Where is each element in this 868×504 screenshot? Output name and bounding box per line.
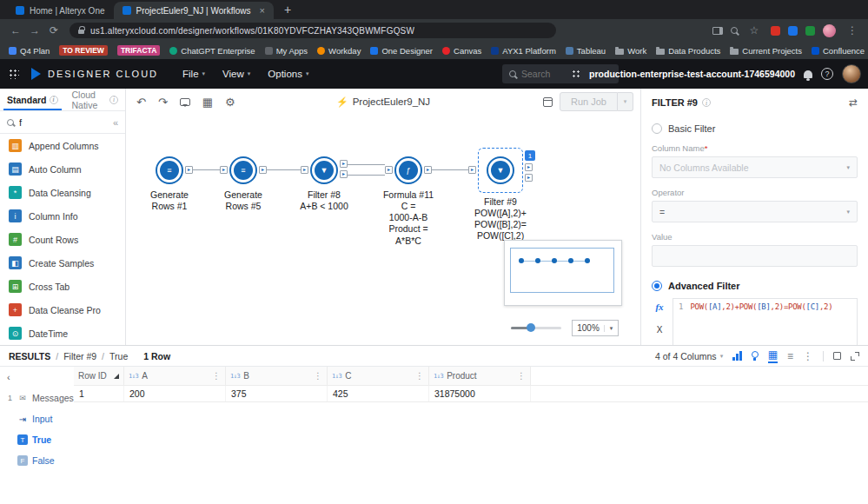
extension-icon-green[interactable] xyxy=(805,26,815,36)
tool-create-samples[interactable]: ◧Create Samples xyxy=(0,251,125,275)
tool-data-cleanse-pro[interactable]: +Data Cleanse Pro xyxy=(0,298,125,322)
bookmark-one-designer[interactable]: One Designer xyxy=(370,46,433,56)
open-in-new-icon[interactable] xyxy=(833,352,841,360)
output-port-false[interactable]: ▸ xyxy=(340,170,348,178)
bookmark-ayx1[interactable]: AYX1 Platform xyxy=(491,46,556,56)
run-job-button[interactable]: Run Job xyxy=(560,92,618,111)
radio-selected-icon[interactable] xyxy=(652,281,662,291)
header-col-product[interactable]: 1↓3Product⋮ xyxy=(429,367,531,385)
list-view-icon[interactable]: ≡ xyxy=(787,350,793,362)
help-icon[interactable]: ? xyxy=(821,68,833,80)
bookmark-trifacta[interactable]: TRIFACTA xyxy=(117,45,160,56)
advanced-filter-option[interactable]: Advanced Filter xyxy=(652,281,858,291)
value-input[interactable] xyxy=(652,245,858,267)
tool-append-columns[interactable]: ▥Append Columns xyxy=(0,134,125,157)
collapse-sidebar-icon[interactable]: « xyxy=(113,117,118,128)
zoom-level-select[interactable]: 100% ▾ xyxy=(572,320,619,336)
tab-close-icon[interactable]: × xyxy=(259,5,264,16)
workspace-grid-icon[interactable] xyxy=(572,70,580,78)
radio-unselected-icon[interactable] xyxy=(652,123,662,134)
header-row-id[interactable]: Row ID xyxy=(74,367,124,385)
output-port[interactable]: ▸ xyxy=(259,166,267,174)
bookmark-chatgpt[interactable]: ChatGPT Enterprise xyxy=(169,46,255,56)
input-port[interactable]: ▸ xyxy=(385,166,393,174)
schedule-calendar-icon[interactable] xyxy=(543,97,553,107)
output-port-true[interactable]: ▸ xyxy=(340,160,348,168)
zoom-slider[interactable] xyxy=(511,327,561,329)
results-crumb-node[interactable]: Filter #9 xyxy=(63,351,96,361)
run-job-dropdown-icon[interactable]: ▾ xyxy=(618,92,633,111)
clear-x-icon[interactable]: X xyxy=(657,325,663,335)
tool-datetime[interactable]: ⊙DateTime xyxy=(0,322,125,345)
grid-view-icon[interactable]: ▦ xyxy=(768,348,778,363)
menu-file[interactable]: File▾ xyxy=(182,69,205,79)
output-port[interactable]: ▸ xyxy=(185,166,193,174)
tab-workflow[interactable]: ProjectEuler9_NJ | Workflows × xyxy=(114,2,274,19)
column-menu-icon[interactable]: ⋮ xyxy=(314,371,322,381)
lightbulb-icon[interactable] xyxy=(752,351,759,358)
node-filter-8[interactable]: ▼ xyxy=(310,156,338,184)
chart-icon[interactable] xyxy=(732,351,742,361)
canvas-body[interactable]: ▸ ▸ ▸ ▸ ▸ ▸ ▸ ▸ ▸ ▸ ▸ 1 ≡ ≡ ▼ ƒ ▼ Genera… xyxy=(126,115,640,345)
tab-standard[interactable]: Standardi xyxy=(0,89,65,110)
extension-icon-blue[interactable] xyxy=(788,26,798,36)
tool-column-info[interactable]: iColumn Info xyxy=(0,204,125,228)
header-col-c[interactable]: 1↓3C⋮ xyxy=(328,367,429,385)
bookmark-my-apps[interactable]: My Apps xyxy=(265,46,308,56)
side-panel-icon[interactable] xyxy=(712,27,723,35)
node-generate-rows-1[interactable]: ≡ xyxy=(156,156,183,184)
browser-profile-avatar[interactable] xyxy=(823,24,836,37)
zoom-slider-thumb[interactable] xyxy=(527,323,535,332)
formula-code[interactable]: POW([A],2)+POW([B],2)=POW([C],2) xyxy=(690,302,832,345)
output-port[interactable]: ▸ xyxy=(424,166,432,174)
collapse-nav-icon[interactable]: ‹ xyxy=(0,370,74,388)
user-avatar[interactable] xyxy=(842,64,861,83)
column-menu-icon[interactable]: ⋮ xyxy=(517,371,526,381)
info-icon[interactable]: i xyxy=(702,98,711,107)
tool-data-cleansing[interactable]: *Data Cleansing xyxy=(0,181,125,204)
extension-icon-red[interactable] xyxy=(771,26,780,36)
output-port-true[interactable]: ▸ xyxy=(525,163,533,171)
fx-icon[interactable]: fx xyxy=(655,302,663,312)
bookmark-to-review[interactable]: TO REVIEW xyxy=(59,45,108,56)
bookmark-canvas[interactable]: Canvas xyxy=(442,46,481,56)
column-menu-icon[interactable]: ⋮ xyxy=(415,371,424,381)
expand-panel-icon[interactable]: ⇄ xyxy=(849,96,858,109)
comment-icon[interactable] xyxy=(180,98,190,106)
formula-editor[interactable]: 1 POW([A],2)+POW([B],2)=POW([C],2) xyxy=(673,298,858,345)
bookmark-tableau[interactable]: Tableau xyxy=(566,46,606,56)
input-port[interactable]: ▸ xyxy=(301,166,308,174)
forward-icon[interactable]: → xyxy=(26,24,43,36)
bookmark-star-icon[interactable]: ☆ xyxy=(745,24,763,36)
bookmark-work-folder[interactable]: Work xyxy=(615,46,646,56)
node-generate-rows-5[interactable]: ≡ xyxy=(229,156,257,184)
tab-cloud-native[interactable]: Cloud Nativei xyxy=(65,89,125,110)
nav-item-messages[interactable]: 1 ✉ Messages xyxy=(0,388,74,408)
tool-count-rows[interactable]: #Count Rows xyxy=(0,228,125,251)
bookmark-current-projects-folder[interactable]: Current Projects xyxy=(730,46,802,56)
output-port-false[interactable]: ▸ xyxy=(525,174,533,182)
nav-item-true[interactable]: T True xyxy=(0,429,74,450)
expand-results-icon[interactable] xyxy=(851,352,859,361)
nav-item-false[interactable]: F False xyxy=(0,450,74,471)
undo-icon[interactable]: ↶ xyxy=(136,96,146,109)
tool-auto-column[interactable]: ▤Auto Column xyxy=(0,157,125,181)
basic-filter-option[interactable]: Basic Filter xyxy=(652,123,858,134)
minimap-viewport[interactable] xyxy=(510,248,614,293)
address-bar[interactable]: us1.alteryxcloud.com/designer/workflows/… xyxy=(70,23,556,38)
bookmark-q4-plan[interactable]: Q4 Plan xyxy=(9,46,50,56)
bookmark-confluence[interactable]: Confluence xyxy=(812,46,865,56)
bookmark-workday[interactable]: Workday xyxy=(317,46,361,56)
zoom-search-icon[interactable] xyxy=(731,27,738,34)
redo-icon[interactable]: ↷ xyxy=(158,96,168,109)
menu-view[interactable]: View▾ xyxy=(222,69,250,79)
node-formula-11[interactable]: ƒ xyxy=(394,156,422,184)
nav-item-input[interactable]: ⇥ Input xyxy=(0,408,74,429)
column-menu-icon[interactable]: ⋮ xyxy=(212,371,221,381)
menu-options[interactable]: Options▾ xyxy=(268,69,308,79)
input-port[interactable]: ▸ xyxy=(468,166,476,174)
back-icon[interactable]: ← xyxy=(7,24,24,36)
input-port[interactable]: ▸ xyxy=(220,166,228,174)
browser-menu-icon[interactable]: ⋮ xyxy=(844,24,861,36)
results-crumb-output[interactable]: True xyxy=(109,351,128,361)
